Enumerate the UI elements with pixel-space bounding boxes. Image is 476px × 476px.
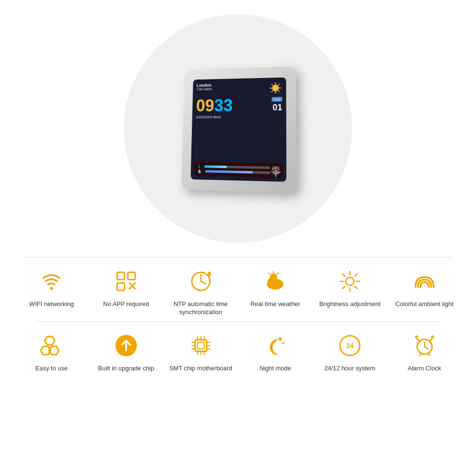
feature-no-app-label: No APP required [103, 300, 149, 308]
svg-line-7 [278, 84, 280, 86]
moon-icon [261, 331, 289, 360]
svg-rect-15 [271, 168, 274, 170]
hour-system-icon: 24 [336, 331, 364, 360]
features-row-2: Easy to use Built in upgrade chip [14, 322, 462, 377]
rainbow-icon [410, 267, 439, 296]
ntp-icon [187, 267, 215, 296]
no-app-icon [112, 267, 140, 296]
svg-rect-13 [271, 171, 273, 172]
feature-alarm: Alarm Clock [391, 331, 458, 373]
feature-alarm-label: Alarm Clock [408, 365, 441, 373]
honeycomb-icon [37, 331, 66, 360]
svg-rect-46 [198, 342, 204, 349]
gear-screen-icon [270, 166, 281, 177]
svg-rect-45 [195, 340, 207, 351]
feature-ntp-label: NTP automatic time synchronization [168, 300, 234, 317]
sun-screen-icon [269, 81, 282, 94]
feature-night-label: Night mode [259, 365, 291, 373]
feature-smt-label: SMT chip motherboard [169, 365, 232, 373]
svg-point-60 [282, 342, 284, 344]
feature-colorful: Colorful ambient light [391, 267, 458, 308]
svg-rect-18 [117, 272, 125, 280]
feature-no-app: No APP required [93, 267, 159, 308]
chip-icon [187, 331, 215, 360]
svg-line-23 [201, 281, 206, 284]
svg-rect-14 [278, 171, 281, 172]
top-section: London 1.92 mile/h [0, 0, 476, 257]
upload-icon [112, 331, 140, 360]
svg-line-36 [342, 274, 345, 276]
device-wrapper: London 1.92 mile/h [167, 52, 309, 205]
device-body: London 1.92 mile/h [181, 66, 297, 193]
svg-rect-20 [117, 283, 125, 290]
brightness-icon [336, 267, 364, 296]
screen-location: London [197, 83, 212, 88]
screen-day-number: 01 [273, 102, 283, 112]
circle-background: London 1.92 mile/h [124, 14, 352, 243]
feature-brightness: Brightness adjustment [317, 267, 383, 308]
feature-hour-label: 24/12 hour system [324, 365, 375, 373]
screen-date: 1/10/2024 Wed [196, 114, 282, 119]
feature-colorful-label: Colorful ambient light [396, 300, 454, 308]
feature-easy-label: Easy to use [35, 365, 68, 373]
svg-point-59 [278, 337, 282, 340]
feature-wifi: WIFI networking [18, 267, 85, 308]
svg-marker-40 [45, 337, 55, 345]
feature-upgrade-label: Built in upgrade chip [98, 365, 154, 373]
svg-line-65 [425, 347, 428, 348]
features-row-1: WIFI networking No APP required [14, 258, 462, 321]
svg-line-6 [278, 90, 280, 92]
svg-line-27 [278, 273, 279, 275]
svg-line-37 [355, 286, 357, 288]
svg-rect-12 [275, 175, 276, 177]
device-screen: London 1.92 mile/h [190, 77, 286, 181]
screen-sensor-data: 🌡 33°F 💧 74% [194, 161, 282, 177]
feature-wifi-label: WIFI networking [29, 300, 74, 308]
svg-rect-11 [275, 167, 276, 169]
screen-wind: 1.92 mile/h [197, 87, 212, 90]
alarm-icon [410, 331, 439, 360]
wifi-icon [37, 267, 66, 296]
screen-clear-badge: Clear [271, 97, 282, 101]
feature-brightness-label: Brightness adjustment [319, 300, 381, 308]
feature-ntp: NTP automatic time synchronization [168, 267, 234, 317]
svg-line-39 [342, 286, 345, 288]
screen-hours: 09 [196, 97, 215, 114]
screen-mins: 33 [214, 97, 233, 114]
svg-point-31 [346, 277, 354, 285]
svg-line-26 [268, 273, 270, 275]
weather-icon [261, 267, 289, 296]
svg-rect-16 [278, 168, 280, 170]
svg-line-67 [430, 337, 433, 340]
svg-point-30 [274, 279, 282, 288]
feature-easy: Easy to use [18, 331, 85, 373]
feature-smt: SMT chip motherboard [168, 331, 234, 373]
svg-line-5 [271, 84, 273, 86]
svg-point-17 [50, 287, 53, 290]
feature-hour: 24 24/12 hour system [317, 331, 383, 373]
feature-upgrade: Built in upgrade chip [93, 331, 159, 373]
svg-line-38 [355, 274, 357, 276]
svg-line-66 [416, 337, 418, 340]
feature-night: Night mode [242, 331, 308, 373]
svg-rect-19 [128, 272, 135, 280]
feature-weather-label: Real time weather [250, 300, 300, 308]
svg-point-10 [275, 171, 277, 173]
features-section: WIFI networking No APP required [0, 258, 476, 377]
svg-line-8 [271, 90, 273, 92]
svg-text:24: 24 [346, 342, 354, 349]
feature-weather: Real time weather [242, 267, 308, 308]
